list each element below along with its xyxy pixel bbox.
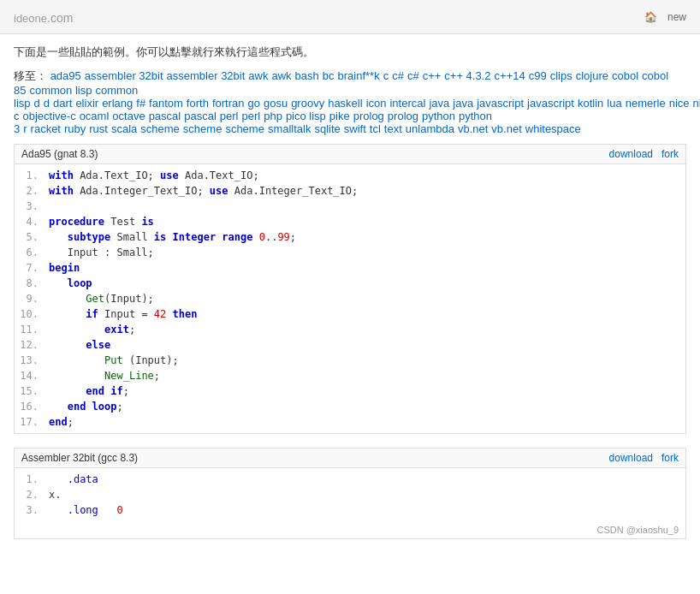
nav-link-common-lisp[interactable]: common lisp: [29, 84, 92, 97]
nav-link-pascal[interactable]: pascal: [184, 110, 217, 122]
nav-link-nim[interactable]: nim: [693, 97, 700, 110]
nav-link-vbnet[interactable]: vb.net: [458, 122, 488, 135]
nav-link-python[interactable]: python: [422, 110, 455, 122]
nav-link-swift[interactable]: swift: [344, 122, 366, 135]
line-code: with Ada.Integer_Text_IO; use Ada.Intege…: [49, 183, 358, 199]
nav-link-c[interactable]: c#: [392, 69, 404, 82]
nav-link-pascal[interactable]: pascal: [149, 110, 181, 122]
nav-link-fortran[interactable]: fortran: [212, 97, 245, 110]
line-number: 12.: [15, 337, 49, 353]
ada-fork-link[interactable]: fork: [661, 148, 679, 160]
nav-link-scheme[interactable]: scheme: [183, 122, 222, 135]
nav-link-ocaml[interactable]: ocaml: [80, 110, 110, 122]
nav-link-objective-c[interactable]: objective-c: [23, 110, 76, 122]
nav-link-intercal[interactable]: intercal: [389, 97, 425, 110]
nav-link-php[interactable]: php: [264, 110, 282, 122]
new-link[interactable]: new: [667, 11, 686, 23]
table-row: 15. end if;: [15, 383, 685, 399]
table-row: 10. if Input = 42 then: [15, 306, 685, 322]
nav-link-ruby[interactable]: ruby: [64, 122, 86, 135]
nav-link-go[interactable]: go: [247, 97, 259, 110]
line-number: 16.: [15, 399, 49, 414]
nav-link-prolog[interactable]: prolog: [353, 110, 384, 122]
nav-link-erlang[interactable]: erlang: [102, 97, 133, 110]
nav-link-assembler-32bit[interactable]: assembler 32bit: [167, 69, 246, 82]
nav-link-bash[interactable]: bash: [295, 69, 319, 82]
nav-link-forth[interactable]: forth: [187, 97, 209, 110]
nav-link-pike[interactable]: pike: [329, 110, 350, 122]
nav-link-vbnet[interactable]: vb.net: [491, 122, 521, 135]
line-number: 2.: [15, 183, 49, 199]
nav-link-kotlin[interactable]: kotlin: [578, 97, 603, 110]
nav-link-d[interactable]: d: [44, 97, 50, 110]
nav-link-clips[interactable]: clips: [550, 69, 572, 82]
nav-link-perl[interactable]: perl: [241, 110, 260, 122]
nav-link-perl[interactable]: perl: [220, 110, 239, 122]
home-link[interactable]: 🏠: [644, 11, 657, 23]
nav-link-scala[interactable]: scala: [111, 122, 137, 135]
nav-link-c99[interactable]: c99: [529, 69, 547, 82]
nav-link-sqlite[interactable]: sqlite: [314, 122, 340, 135]
line-number: 15.: [15, 383, 49, 399]
nav-link-ada95[interactable]: ada95: [50, 69, 81, 82]
nav-link-whitespace[interactable]: whitespace: [525, 122, 581, 135]
table-row: 8. loop: [15, 276, 685, 291]
nav-link-elixir[interactable]: elixir: [75, 97, 98, 110]
nav-link-c[interactable]: c++: [423, 69, 442, 82]
nav-link-c-432[interactable]: c++ 4.3.2: [444, 69, 490, 82]
ada-download-link[interactable]: download: [609, 148, 653, 160]
nav-link-unlambda[interactable]: unlambda: [406, 122, 454, 135]
line-code: .data: [49, 472, 98, 487]
nav-link-d[interactable]: d: [34, 97, 40, 110]
nav-label: 移至：: [14, 69, 47, 82]
nav-link-java[interactable]: java: [453, 97, 473, 110]
nav-link-smalltalk[interactable]: smalltalk: [268, 122, 311, 135]
line-number: 1.: [15, 168, 49, 183]
asm-fork-link[interactable]: fork: [661, 452, 679, 464]
nav-link-f[interactable]: f#: [136, 97, 145, 110]
nav-link-javascript[interactable]: javascript: [527, 97, 574, 110]
nav-link-icon[interactable]: icon: [366, 97, 387, 110]
nav-link-awk[interactable]: awk: [248, 69, 268, 82]
table-row: 2.x.: [15, 487, 685, 502]
nav-link-haskell[interactable]: haskell: [328, 97, 362, 110]
table-row: 16. end loop;: [15, 399, 685, 414]
logo[interactable]: ideone.com: [14, 7, 73, 27]
nav-link-dart[interactable]: dart: [53, 97, 72, 110]
nav-link-nemerle[interactable]: nemerle: [626, 97, 666, 110]
nav-link-javascript[interactable]: javascript: [477, 97, 524, 110]
nav-link-brainfk[interactable]: brainf**k: [338, 69, 380, 82]
nav-link-assembler-32bit[interactable]: assembler 32bit: [85, 69, 163, 82]
nav-link-scheme[interactable]: scheme: [140, 122, 180, 135]
nav-link-pico-lisp[interactable]: pico lisp: [286, 110, 326, 122]
nav-link-scheme[interactable]: scheme: [225, 122, 264, 135]
nav-link-prolog[interactable]: prolog: [388, 110, 418, 122]
nav-link-java[interactable]: java: [429, 97, 449, 110]
asm-download-link[interactable]: download: [609, 452, 653, 464]
nav-link-bc[interactable]: bc: [323, 69, 335, 82]
line-code: Input : Small;: [49, 245, 154, 260]
home-icon: 🏠: [644, 11, 657, 23]
nav-link-c14[interactable]: c++14: [495, 69, 525, 82]
nav-link-awk[interactable]: awk: [271, 69, 291, 82]
nav-link-rust[interactable]: rust: [89, 122, 108, 135]
nav-link-nice[interactable]: nice: [669, 97, 690, 110]
nav-link-fantom[interactable]: fantom: [149, 97, 183, 110]
nav-link-r[interactable]: r: [23, 122, 27, 135]
ada-code-section: Ada95 (gnat 8.3) download fork 1.with Ad…: [14, 144, 686, 434]
nav-link-clojure[interactable]: clojure: [576, 69, 608, 82]
nav-link-racket[interactable]: racket: [31, 122, 61, 135]
nav-link-octave[interactable]: octave: [112, 110, 145, 122]
nav-link-c[interactable]: c: [383, 69, 389, 82]
line-code: begin: [49, 260, 80, 276]
logo-suffix: .com: [47, 11, 73, 25]
nav-link-lua[interactable]: lua: [607, 97, 621, 110]
nav-link-tcl[interactable]: tcl: [370, 122, 381, 135]
nav-link-c[interactable]: c#: [407, 69, 419, 82]
ada-title: Ada95 (gnat 8.3): [21, 148, 98, 160]
nav-link-cobol[interactable]: cobol: [612, 69, 638, 82]
nav-link-text[interactable]: text: [384, 122, 402, 135]
asm-code-section: Assembler 32bit (gcc 8.3) download fork …: [14, 448, 686, 539]
nav-link-groovy[interactable]: groovy: [291, 97, 324, 110]
nav-link-gosu[interactable]: gosu: [264, 97, 288, 110]
